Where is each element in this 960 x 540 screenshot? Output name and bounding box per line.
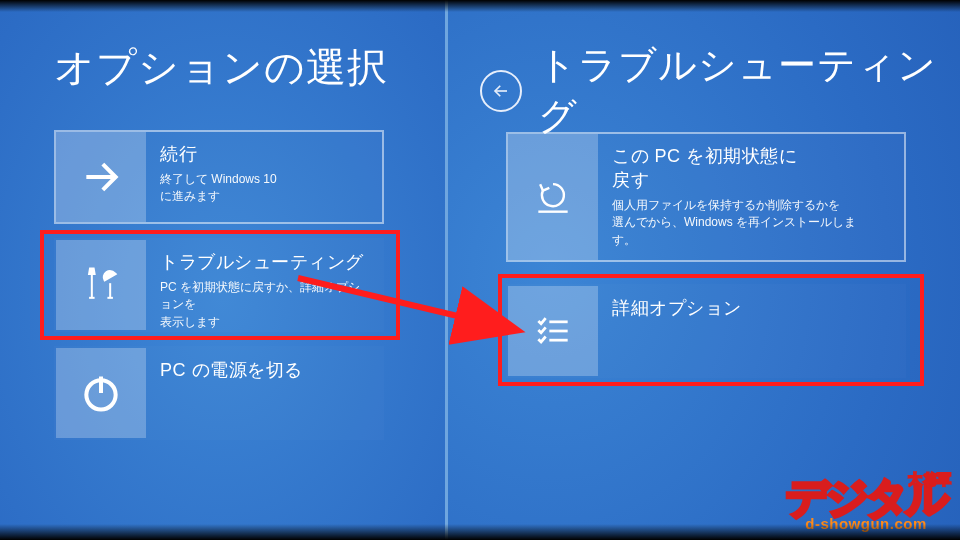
tile-advanced-options[interactable]: 詳細オプション bbox=[506, 284, 906, 378]
panel-choose-option: オプションの選択 続行 終了して Windows 10 に進みます トラブルシュ… bbox=[0, 0, 445, 540]
tile-desc: 個人用ファイルを保持するか削除するかを 選んでから、Windows を再インスト… bbox=[612, 197, 856, 249]
panel-troubleshoot: トラブルシューティング この PC を初期状態に 戻す 個人用ファイルを保持する… bbox=[448, 0, 960, 540]
tile-desc: 終了して Windows 10 に進みます bbox=[160, 171, 277, 206]
tile-turn-off-pc[interactable]: PC の電源を切る bbox=[54, 346, 384, 440]
tile-label: 詳細オプション bbox=[612, 296, 742, 320]
arrow-left-icon bbox=[492, 82, 510, 100]
frame-edge bbox=[0, 524, 960, 540]
reset-icon bbox=[508, 134, 598, 260]
tile-troubleshoot[interactable]: トラブルシューティング PC を初期状態に戻すか、詳細オプションを 表示します bbox=[54, 238, 384, 332]
tile-label: この PC を初期状態に 戻す bbox=[612, 144, 856, 192]
screwdriver-wrench-icon bbox=[56, 240, 146, 330]
page-title: トラブルシューティング bbox=[538, 40, 960, 142]
tile-label: PC の電源を切る bbox=[160, 358, 303, 382]
frame-edge bbox=[0, 0, 960, 12]
power-icon bbox=[56, 348, 146, 438]
tile-reset-pc[interactable]: この PC を初期状態に 戻す 個人用ファイルを保持するか削除するかを 選んでか… bbox=[506, 132, 906, 262]
tile-label: 続行 bbox=[160, 142, 277, 166]
arrow-right-icon bbox=[56, 132, 146, 222]
tile-label: トラブルシューティング bbox=[160, 250, 368, 274]
check-list-icon bbox=[508, 286, 598, 376]
tile-continue[interactable]: 続行 終了して Windows 10 に進みます bbox=[54, 130, 384, 224]
page-title: オプションの選択 bbox=[54, 40, 388, 95]
tile-desc: PC を初期状態に戻すか、詳細オプションを 表示します bbox=[160, 279, 368, 331]
back-button[interactable] bbox=[480, 70, 522, 112]
